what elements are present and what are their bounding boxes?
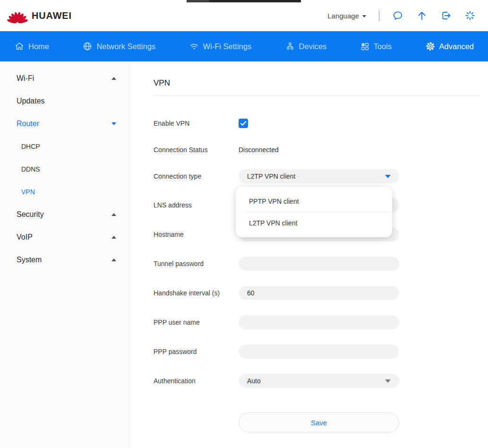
- language-label: Language: [327, 12, 359, 20]
- enable-vpn-label: Enable VPN: [154, 120, 239, 127]
- authentication-selected-value: Auto: [247, 377, 261, 385]
- chevron-down-icon: [385, 175, 391, 178]
- collapse-up-icon: [111, 213, 116, 216]
- tools-icon: [360, 42, 370, 52]
- sidebar-item-label: DHCP: [21, 143, 40, 150]
- connection-type-dropdown: PPTP VPN client L2TP VPN client: [236, 187, 392, 237]
- expand-down-icon: [111, 122, 116, 125]
- handshake-interval-label: Handshake interval (s): [154, 289, 239, 297]
- sidebar-item-label: Wi-Fi: [17, 74, 34, 83]
- ppp-user-name-label: PPP user name: [154, 319, 239, 326]
- nav-item-devices[interactable]: Devices: [285, 41, 327, 52]
- nav-item-home[interactable]: Home: [14, 41, 49, 52]
- sidebar-item-label: Security: [17, 210, 44, 219]
- ppp-user-name-row: PPP user name: [154, 315, 480, 329]
- nav-label: Advanced: [439, 42, 474, 51]
- sidebar: Wi-Fi Updates Router DHCP DDNS VPN Secur…: [0, 61, 129, 448]
- globe-icon: [82, 41, 93, 52]
- ppp-password-label: PPP password: [154, 348, 239, 355]
- sidebar-item-ddns[interactable]: DDNS: [0, 158, 129, 181]
- screenshot-artifact-bar: [187, 0, 301, 2]
- language-selector[interactable]: Language: [327, 12, 366, 20]
- connection-type-row: Connection type L2TP VPN client PPTP VPN…: [154, 169, 480, 183]
- ppp-password-row: PPP password: [154, 345, 480, 359]
- app-header: HUAWEI Language: [0, 0, 488, 31]
- handshake-interval-row: Handshake interval (s): [154, 286, 480, 300]
- save-button[interactable]: Save: [239, 413, 399, 432]
- tunnel-password-row: Tunnel password: [154, 257, 480, 271]
- connection-status-value: Disconnected: [239, 146, 279, 154]
- nav-label: Devices: [299, 42, 327, 51]
- devices-icon: [285, 41, 295, 52]
- huawei-flower-icon: [7, 8, 28, 24]
- connection-status-row: Connection Status Disconnected: [154, 143, 480, 157]
- sidebar-item-router[interactable]: Router: [0, 112, 129, 135]
- authentication-select[interactable]: Auto: [239, 374, 399, 388]
- nav-label: Home: [28, 42, 49, 51]
- upload-arrow-icon[interactable]: [416, 10, 428, 21]
- busy-spinner-icon[interactable]: [464, 10, 476, 21]
- sidebar-item-security[interactable]: Security: [0, 203, 129, 226]
- collapse-up-icon: [111, 258, 116, 261]
- nav-label: Network Settings: [96, 42, 155, 51]
- vpn-settings-panel: VPN Enable VPN Connection Status Disconn…: [129, 61, 488, 448]
- connection-type-select[interactable]: L2TP VPN client: [239, 169, 399, 183]
- wifi-icon: [189, 41, 199, 52]
- sidebar-item-label: VPN: [21, 188, 35, 196]
- sidebar-item-wifi[interactable]: Wi-Fi: [0, 67, 129, 90]
- collapse-up-icon: [111, 236, 116, 239]
- main-nav: Home Network Settings Wi-Fi Settings Dev…: [0, 31, 488, 61]
- home-icon: [14, 41, 25, 52]
- sidebar-item-label: VoIP: [17, 233, 33, 241]
- connection-type-label: Connection type: [154, 172, 239, 180]
- enable-vpn-checkbox[interactable]: [239, 119, 248, 128]
- sidebar-item-voip[interactable]: VoIP: [0, 226, 129, 249]
- page-title: VPN: [154, 78, 480, 88]
- dropdown-option-pptp[interactable]: PPTP VPN client: [236, 190, 392, 212]
- sidebar-item-label: DDNS: [21, 165, 40, 173]
- nav-label: Wi-Fi Settings: [203, 42, 252, 51]
- huawei-logo: HUAWEI: [7, 8, 72, 24]
- nav-item-network-settings[interactable]: Network Settings: [82, 41, 155, 52]
- connection-type-selected-value: L2TP VPN client: [247, 172, 295, 180]
- sidebar-item-label: Router: [17, 120, 39, 128]
- tunnel-password-label: Tunnel password: [154, 260, 239, 267]
- logout-icon[interactable]: [440, 10, 452, 21]
- sidebar-item-updates[interactable]: Updates: [0, 90, 129, 112]
- chevron-down-icon: [385, 379, 391, 383]
- nav-label: Tools: [374, 42, 392, 51]
- sidebar-item-system[interactable]: System: [0, 249, 129, 271]
- gear-icon: [425, 41, 436, 52]
- brand-name: HUAWEI: [32, 10, 72, 21]
- chevron-down-icon: [362, 15, 366, 17]
- dropdown-option-l2tp[interactable]: L2TP VPN client: [236, 212, 392, 233]
- check-icon: [240, 121, 247, 126]
- hostname-label: Hostname: [154, 231, 239, 238]
- chat-icon[interactable]: [392, 10, 403, 21]
- collapse-up-icon: [111, 77, 116, 80]
- connection-status-label: Connection Status: [154, 146, 239, 154]
- title-divider: [154, 95, 480, 95]
- lns-address-label: LNS address: [154, 201, 239, 209]
- ppp-password-input[interactable]: [239, 345, 399, 359]
- ppp-user-name-input[interactable]: [239, 315, 399, 329]
- nav-item-advanced[interactable]: Advanced: [425, 41, 474, 52]
- enable-vpn-row: Enable VPN: [154, 116, 480, 130]
- header-divider: [379, 10, 379, 21]
- nav-item-tools[interactable]: Tools: [360, 42, 392, 52]
- handshake-interval-input[interactable]: [239, 286, 399, 300]
- nav-item-wifi-settings[interactable]: Wi-Fi Settings: [189, 41, 252, 52]
- authentication-label: Authentication: [154, 377, 239, 385]
- sidebar-item-vpn[interactable]: VPN: [0, 181, 129, 203]
- sidebar-item-label: Updates: [17, 97, 45, 105]
- sidebar-item-dhcp[interactable]: DHCP: [0, 135, 129, 158]
- tunnel-password-input[interactable]: [239, 257, 399, 271]
- sidebar-item-label: System: [17, 256, 42, 264]
- authentication-row: Authentication Auto: [154, 374, 480, 388]
